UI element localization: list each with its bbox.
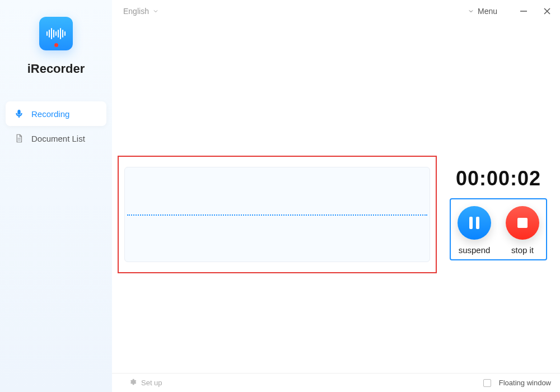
- window-controls: [520, 7, 551, 15]
- sidebar-item-label: Recording: [31, 109, 69, 119]
- pause-label: suspend: [459, 245, 491, 255]
- sidebar-item-recording[interactable]: Recording: [6, 101, 106, 126]
- recording-controls-block: 00:00:02 suspend stop it: [445, 167, 552, 260]
- stop-button[interactable]: stop it: [506, 206, 539, 255]
- gear-icon: [129, 378, 137, 388]
- stop-icon: [506, 206, 539, 240]
- sidebar-item-document-list[interactable]: Document List: [6, 126, 106, 151]
- chevron-down-icon: [468, 8, 474, 15]
- logo-waveform-icon: [44, 27, 68, 40]
- sidebar: iRecorder Recording Document List: [0, 0, 112, 392]
- setup-link[interactable]: Set up: [141, 379, 162, 387]
- stop-label: stop it: [511, 245, 534, 255]
- close-button[interactable]: [543, 7, 551, 15]
- document-icon: [13, 133, 25, 144]
- main-area: English Menu 00: [112, 0, 560, 392]
- waveform-panel: [124, 167, 430, 262]
- app-logo: [39, 17, 73, 50]
- record-dot-icon: [54, 43, 58, 47]
- status-bar: Set up Floating window: [112, 373, 560, 392]
- mic-icon: [13, 108, 25, 119]
- sidebar-nav: Recording Document List: [0, 101, 112, 151]
- recording-timer: 00:00:02: [456, 167, 541, 190]
- sidebar-item-label: Document List: [31, 134, 85, 143]
- pause-button[interactable]: suspend: [458, 206, 491, 255]
- content-area: 00:00:02 suspend stop it: [112, 22, 560, 373]
- app-title: iRecorder: [27, 62, 85, 76]
- minimize-button[interactable]: [520, 7, 528, 15]
- controls-box: suspend stop it: [450, 198, 547, 260]
- menu-button[interactable]: Menu: [468, 7, 497, 16]
- chevron-down-icon: [152, 8, 159, 15]
- pause-icon: [458, 206, 491, 240]
- floating-window-label[interactable]: Floating window: [499, 379, 551, 387]
- waveform-midline: [127, 214, 427, 216]
- language-label: English: [123, 7, 149, 16]
- floating-window-checkbox[interactable]: [483, 379, 491, 387]
- language-selector[interactable]: English: [123, 7, 159, 16]
- topbar: English Menu: [112, 0, 560, 22]
- app-window: iRecorder Recording Document List Englis…: [0, 0, 560, 392]
- menu-label: Menu: [478, 7, 497, 16]
